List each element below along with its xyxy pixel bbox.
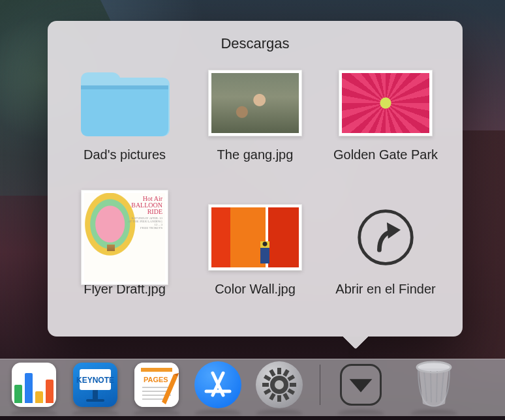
svg-text:PAGES: PAGES	[144, 376, 168, 383]
svg-rect-3	[86, 399, 104, 402]
stack-item-golden-gate-park[interactable]: Golden Gate Park	[327, 64, 444, 190]
dock-divider	[320, 365, 320, 405]
svg-rect-16	[277, 368, 281, 374]
stack-title: Descargas	[66, 35, 444, 52]
dock: KEYNOTE PAGES	[0, 350, 505, 420]
stack-item-the-gang[interactable]: The gang.jpg	[196, 64, 314, 190]
appstore-icon	[194, 361, 241, 408]
trash-icon	[411, 359, 457, 410]
svg-rect-6	[141, 368, 172, 372]
image-thumbnail	[335, 64, 436, 142]
stack-item-label: Color Wall.jpg	[215, 282, 296, 297]
dock-trash[interactable]	[410, 361, 457, 408]
svg-line-20	[431, 371, 431, 402]
image-thumbnail: Hot Air BALLOON RIDE SATURDAY APRIL 13AT…	[74, 198, 175, 277]
open-in-finder-icon	[335, 198, 436, 277]
gear-icon	[256, 361, 303, 408]
open-in-finder-label: Abrir en el Finder	[335, 282, 435, 297]
stack-item-flyer-draft[interactable]: Hot Air BALLOON RIDE SATURDAY APRIL 13AT…	[66, 198, 183, 325]
pages-icon: PAGES	[134, 363, 179, 407]
dock-app-appstore[interactable]	[194, 361, 241, 408]
stack-item-label: Golden Gate Park	[333, 147, 438, 162]
image-thumbnail	[205, 64, 305, 142]
folder-icon	[74, 64, 175, 142]
dock-app-pages[interactable]: PAGES	[133, 361, 180, 408]
stack-item-label: The gang.jpg	[217, 147, 294, 162]
dock-app-system-preferences[interactable]	[256, 361, 303, 408]
image-thumbnail	[205, 198, 305, 277]
open-in-finder-button[interactable]: Abrir en el Finder	[327, 198, 444, 325]
dock-app-numbers[interactable]	[10, 361, 57, 408]
dock-app-keynote[interactable]: KEYNOTE	[72, 361, 119, 408]
svg-line-21	[436, 371, 437, 402]
downloads-stack-popup: Descargas Dad's pictures The gang.jpg	[48, 21, 463, 337]
numbers-icon	[12, 363, 56, 407]
stack-item-dads-pictures[interactable]: Dad's pictures	[66, 64, 183, 190]
chevron-down-icon	[340, 364, 382, 406]
dock-downloads-stack[interactable]	[337, 361, 384, 408]
stack-grid: Dad's pictures The gang.jpg Golden Gate …	[66, 64, 444, 325]
svg-point-0	[360, 211, 412, 264]
keynote-icon: KEYNOTE	[73, 363, 117, 407]
stack-item-label: Dad's pictures	[84, 147, 166, 162]
stack-item-color-wall[interactable]: Color Wall.jpg	[196, 198, 314, 325]
svg-text:KEYNOTE: KEYNOTE	[76, 376, 114, 385]
svg-rect-2	[93, 390, 98, 399]
svg-point-17	[275, 380, 284, 389]
